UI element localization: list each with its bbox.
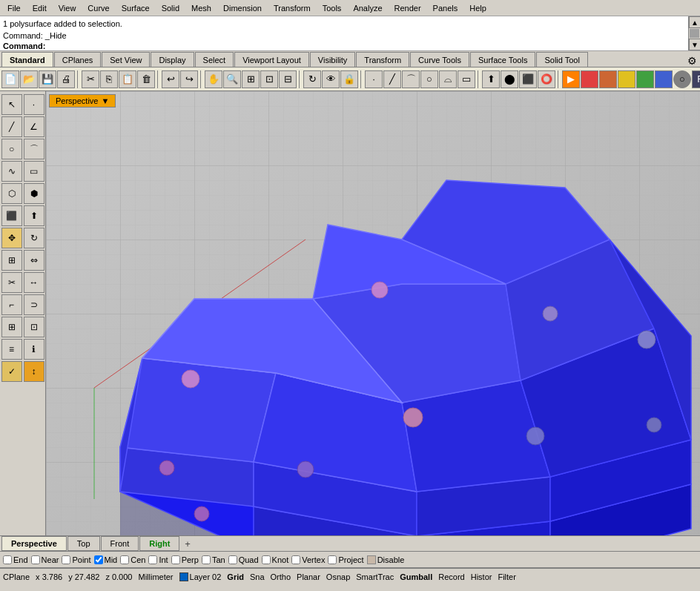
status-osnap[interactable]: Osnap: [326, 572, 350, 581]
snap-end-checkbox[interactable]: [3, 555, 12, 564]
tab-surface-tools[interactable]: Surface Tools: [470, 52, 535, 67]
snap-near-checkbox[interactable]: [31, 555, 40, 564]
status-history[interactable]: Histor: [471, 572, 492, 581]
viewport[interactable]: Perspective ▼: [46, 91, 700, 535]
toolbar-redo-button[interactable]: ↪: [180, 70, 198, 88]
snap-knot-label[interactable]: Knot: [272, 555, 289, 564]
tab-curve-tools[interactable]: Curve Tools: [410, 52, 469, 67]
snap-knot-checkbox[interactable]: [262, 555, 271, 564]
toolbar-material-button[interactable]: ○: [673, 70, 691, 88]
toolbar-render-button[interactable]: R: [692, 70, 700, 88]
toolbar-zoom-button[interactable]: 🔍: [223, 70, 241, 88]
toolbar-color1-button[interactable]: [581, 70, 598, 88]
vp-tab-front[interactable]: Front: [101, 536, 139, 551]
status-grid[interactable]: Grid: [227, 572, 244, 581]
lt-point-button[interactable]: ·: [24, 94, 44, 115]
menu-transform[interactable]: Transform: [268, 2, 317, 14]
toolbar-line-button[interactable]: ╱: [383, 70, 401, 88]
snap-project-checkbox[interactable]: [328, 555, 337, 564]
menu-view[interactable]: View: [53, 2, 82, 14]
menu-file[interactable]: File: [1, 2, 27, 14]
snap-quad-label[interactable]: Quad: [239, 555, 259, 564]
menu-curve[interactable]: Curve: [82, 2, 115, 14]
menu-solid[interactable]: Solid: [156, 2, 185, 14]
snap-vertex-label[interactable]: Vertex: [302, 555, 325, 564]
lt-solid-button[interactable]: ⬛: [1, 205, 22, 226]
lt-arc-button[interactable]: ⌒: [24, 139, 44, 159]
snap-mid-checkbox[interactable]: [94, 555, 103, 564]
toolbar-color5-button[interactable]: [655, 70, 673, 88]
lt-move-button[interactable]: ✥: [1, 228, 22, 248]
lt-select-button[interactable]: ↖: [1, 94, 22, 115]
toolbar-delete-button[interactable]: 🗑: [137, 70, 155, 88]
lt-circle-button[interactable]: ○: [1, 139, 22, 159]
toolbar-sphere-button[interactable]: ⬤: [501, 70, 518, 88]
toolbar-rect-button[interactable]: ▭: [458, 70, 475, 88]
toolbar-zoom-selected-button[interactable]: ⊡: [260, 70, 278, 88]
toolbar-color4-button[interactable]: [636, 70, 654, 88]
snap-cen-label[interactable]: Cen: [131, 555, 145, 564]
status-smarttrack[interactable]: SmartTrac: [356, 572, 394, 581]
lt-extrude-button[interactable]: ⬆: [24, 205, 44, 226]
snap-point-checkbox[interactable]: [62, 555, 70, 564]
toolbar-extrude-button[interactable]: ⬆: [482, 70, 500, 88]
lt-freeform-button[interactable]: ∿: [1, 161, 22, 182]
status-filter[interactable]: Filter: [498, 572, 515, 581]
lt-rect-button[interactable]: ▭: [24, 161, 44, 182]
tab-standard[interactable]: Standard: [1, 52, 53, 67]
lt-trim-button[interactable]: ✂: [1, 272, 22, 293]
snap-cen-checkbox[interactable]: [120, 555, 129, 564]
snap-vertex-checkbox[interactable]: [291, 555, 300, 564]
snap-mid-label[interactable]: Mid: [105, 555, 118, 564]
lt-mesh-button[interactable]: ⬢: [24, 183, 44, 204]
snap-int-label[interactable]: Int: [159, 555, 168, 564]
menu-help[interactable]: Help: [463, 2, 492, 14]
command-input[interactable]: [48, 42, 685, 50]
toolbar-render-preview-button[interactable]: ▶: [562, 70, 580, 88]
status-record[interactable]: Record: [438, 572, 464, 581]
menu-dimension[interactable]: Dimension: [217, 2, 268, 14]
snap-quad-checkbox[interactable]: [228, 555, 237, 564]
toolbar-hide-button[interactable]: 👁: [322, 70, 340, 88]
menu-surface[interactable]: Surface: [116, 2, 156, 14]
status-gumball[interactable]: Gumball: [400, 572, 432, 581]
toolbar-rotate-button[interactable]: ↻: [303, 70, 321, 88]
tab-display[interactable]: Display: [151, 52, 194, 67]
toolbar-paste-button[interactable]: 📋: [119, 70, 136, 88]
lt-polyline-button[interactable]: ∠: [24, 116, 44, 137]
tab-cplanes[interactable]: CPlanes: [54, 52, 102, 67]
snap-disable-label[interactable]: Disable: [377, 555, 405, 564]
lt-mirror-button[interactable]: ⇔: [24, 250, 44, 271]
lt-properties-button[interactable]: ℹ: [24, 339, 44, 360]
toolbar-cylinder-button[interactable]: ⭕: [538, 70, 555, 88]
toolbar-new-button[interactable]: 📄: [1, 70, 19, 88]
lt-grid-button[interactable]: ⊞: [1, 317, 22, 337]
vp-tab-add-button[interactable]: +: [180, 537, 195, 551]
vp-tab-top[interactable]: Top: [67, 536, 100, 551]
status-ortho[interactable]: Ortho: [271, 572, 291, 581]
snap-end-label[interactable]: End: [13, 555, 28, 564]
menu-analyze[interactable]: Analyze: [347, 2, 388, 14]
toolbar-polyline-button[interactable]: ⌒: [402, 70, 420, 88]
tab-visibility[interactable]: Visibility: [310, 52, 356, 67]
toolbar-point-button[interactable]: ·: [365, 70, 383, 88]
lt-rotate-button[interactable]: ↻: [24, 228, 44, 248]
lt-dimension-button[interactable]: ↕: [24, 361, 44, 382]
viewport-label-button[interactable]: Perspective ▼: [49, 94, 116, 108]
lt-scale-button[interactable]: ⊞: [1, 250, 22, 271]
status-planar[interactable]: Planar: [297, 572, 320, 581]
tab-select[interactable]: Select: [195, 52, 234, 67]
lt-analyze-button[interactable]: ✓: [1, 361, 22, 382]
lt-fillet-button[interactable]: ⌐: [1, 294, 22, 315]
menu-mesh[interactable]: Mesh: [185, 2, 217, 14]
lt-offset-button[interactable]: ⊃: [24, 294, 44, 315]
toolbar-color2-button[interactable]: [599, 70, 617, 88]
toolbar-zoom-extents-button[interactable]: ⊟: [279, 70, 297, 88]
viewport-canvas[interactable]: X Y Z: [46, 91, 700, 535]
scroll-up-button[interactable]: ▲: [689, 16, 700, 28]
snap-perp-label[interactable]: Perp: [182, 555, 199, 564]
tab-viewport-layout[interactable]: Viewport Layout: [234, 52, 309, 67]
snap-perp-checkbox[interactable]: [171, 555, 180, 564]
toolbar-color3-button[interactable]: [618, 70, 635, 88]
toolbar-cut-button[interactable]: ✂: [82, 70, 99, 88]
